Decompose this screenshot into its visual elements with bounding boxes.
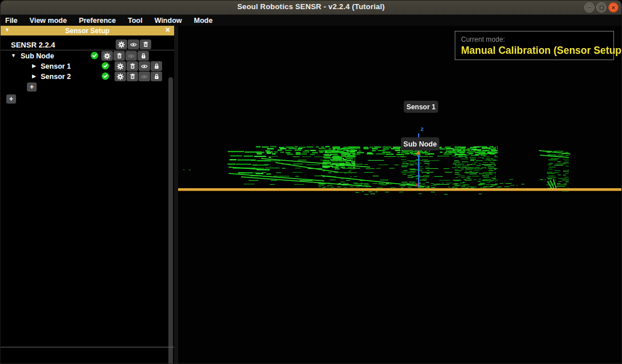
pointcloud-viewport[interactable]: z y x Sensor 1 Sub Node Current mode: Ma…	[174, 26, 622, 364]
expand-arrow-icon[interactable]: ▼	[11, 53, 16, 58]
trash-icon[interactable]	[113, 51, 125, 61]
eye-icon[interactable]	[139, 72, 150, 81]
minimize-icon[interactable]: −	[584, 2, 595, 13]
lock-icon[interactable]	[151, 61, 162, 71]
y-axis-label: y	[397, 145, 401, 151]
current-mode-caption: Current mode:	[461, 35, 608, 43]
gear-icon[interactable]	[115, 72, 126, 81]
panel-header[interactable]: ▼ Sensor Setup ×	[1, 26, 174, 35]
menu-tool[interactable]: Tool	[128, 17, 142, 25]
collapse-triangle-icon[interactable]: ▼	[5, 27, 10, 33]
menu-view-mode[interactable]: View mode	[30, 17, 67, 25]
gear-icon[interactable]	[101, 51, 113, 61]
divider	[1, 347, 174, 347]
menu-mode[interactable]: Mode	[194, 17, 213, 25]
x-axis-label: x	[415, 181, 419, 188]
close-icon[interactable]: ×	[608, 2, 619, 13]
menu-preference[interactable]: Preference	[79, 17, 116, 25]
sensor-label: Sensor 2	[41, 73, 71, 81]
panel-close-icon[interactable]: ×	[166, 25, 170, 34]
lock-icon[interactable]	[151, 72, 162, 81]
sensr-version-label: SENSR 2.2.4	[11, 41, 55, 49]
sub-node-chip[interactable]: Sub Node	[401, 137, 439, 151]
menu-window[interactable]: Window	[155, 17, 182, 25]
tree-row-sensor-2[interactable]: ▶ Sensor 2	[1, 72, 174, 82]
z-axis-label: z	[420, 125, 424, 132]
node-label: Sub Node	[21, 52, 54, 60]
lock-icon[interactable]	[137, 51, 149, 61]
add-node-button[interactable]: +	[6, 94, 16, 104]
sensor-1-chip[interactable]: Sensor 1	[404, 101, 438, 113]
expand-arrow-icon[interactable]: ▶	[32, 63, 36, 69]
gear-icon[interactable]	[115, 61, 126, 71]
panel-scrollbar[interactable]	[168, 77, 173, 364]
check-circle-icon	[101, 62, 109, 72]
window-controls: − ×	[584, 2, 619, 13]
eye-icon[interactable]	[125, 51, 137, 61]
current-mode-value: Manual Calibration (Sensor Setup)	[461, 45, 608, 57]
menu-bar: File View mode Preference Tool Window Mo…	[1, 15, 621, 26]
trash-icon[interactable]	[127, 61, 138, 71]
check-circle-icon	[101, 72, 109, 82]
maximize-square	[600, 6, 604, 10]
current-mode-box: Current mode: Manual Calibration (Sensor…	[455, 31, 614, 60]
app-window: Seoul Robotics SENSR - v2.2.4 (Tutorial)…	[0, 0, 622, 364]
trash-icon[interactable]	[140, 39, 151, 49]
tree-row-sensor-1[interactable]: ▶ Sensor 1	[1, 61, 174, 72]
z-axis-arrow-icon	[416, 151, 420, 155]
gear-icon[interactable]	[116, 39, 127, 49]
window-title: Seoul Robotics SENSR - v2.2.4 (Tutorial)	[1, 2, 621, 11]
maximize-icon[interactable]	[596, 2, 607, 13]
tree-row-sub-node[interactable]: ▼ Sub Node	[1, 51, 174, 61]
pointcloud-canvas[interactable]	[178, 26, 622, 364]
sensr-root-row: SENSR 2.2.4	[1, 38, 174, 50]
titlebar[interactable]: Seoul Robotics SENSR - v2.2.4 (Tutorial)…	[1, 1, 621, 15]
divider	[1, 50, 174, 50]
expand-arrow-icon[interactable]: ▶	[32, 73, 36, 79]
menu-file[interactable]: File	[5, 17, 18, 25]
eye-icon[interactable]	[128, 39, 139, 49]
trash-icon[interactable]	[127, 72, 138, 81]
sensor-label: Sensor 1	[41, 62, 71, 70]
sensor-setup-panel: ▼ Sensor Setup × SENSR 2.2.4 ▼ S	[1, 26, 174, 364]
eye-icon[interactable]	[139, 61, 150, 71]
panel-title: Sensor Setup	[1, 27, 174, 35]
add-sensor-button[interactable]: +	[27, 82, 37, 92]
check-circle-icon	[90, 52, 99, 62]
